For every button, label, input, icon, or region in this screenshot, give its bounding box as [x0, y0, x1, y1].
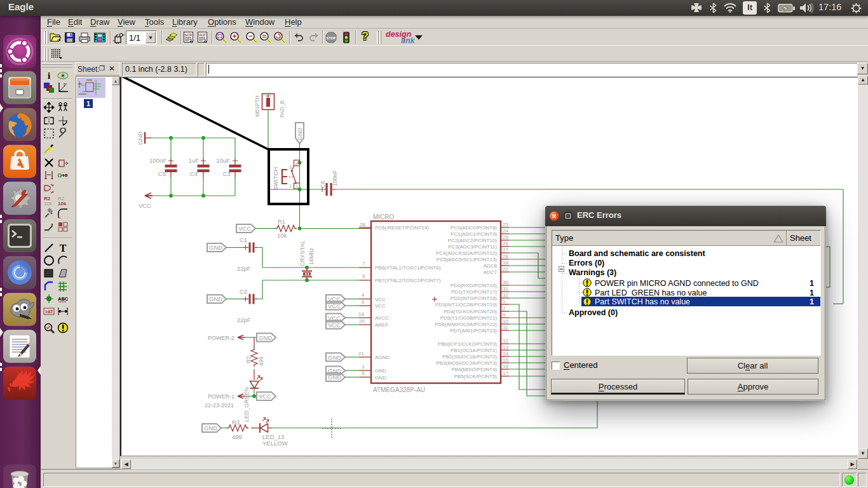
- svg-text:>AT: >AT: [45, 309, 54, 314]
- svg-text:2: 2: [503, 306, 506, 311]
- svg-text:26: 26: [503, 241, 508, 247]
- svg-text:C4: C4: [190, 170, 198, 177]
- svg-text:VCC: VCC: [375, 303, 386, 309]
- svg-text:PC1(ADC1/PCINT9): PC1(ADC1/PCINT9): [451, 231, 497, 237]
- svg-text:PB5(SCK/PCINT5): PB5(SCK/PCINT5): [454, 374, 497, 379]
- svg-text:11: 11: [503, 325, 508, 330]
- svg-text:18: 18: [503, 260, 508, 266]
- svg-text:9: 9: [503, 312, 506, 318]
- svg-text:1: 1: [289, 184, 292, 188]
- svg-text:ABC: ABC: [58, 296, 69, 302]
- svg-text:10k: 10k: [44, 201, 53, 207]
- svg-text:22pF: 22pF: [237, 316, 251, 323]
- svg-text:7: 7: [362, 261, 365, 266]
- svg-text:C2: C2: [240, 288, 247, 295]
- svg-text:27: 27: [503, 247, 508, 253]
- svg-text:CRYSTAL: CRYSTAL: [299, 240, 306, 266]
- svg-text:1uF: 1uF: [189, 157, 200, 164]
- svg-text:PD2(INT0/PCINT18): PD2(INT0/PCINT18): [451, 295, 498, 301]
- svg-text:VCC: VCC: [259, 393, 271, 400]
- svg-text:PD4(T0/XCK/PCINT20): PD4(T0/XCK/PCINT20): [444, 309, 497, 315]
- svg-text:PC3(ADC3/PCINT11): PC3(ADC3/PCINT11): [448, 244, 497, 250]
- svg-text:VCC: VCC: [328, 322, 341, 329]
- svg-text:100nF: 100nF: [149, 157, 166, 164]
- svg-text:4: 4: [362, 292, 365, 298]
- svg-text:GND: GND: [328, 354, 341, 361]
- svg-text:VCC: VCC: [238, 225, 251, 232]
- svg-text:22: 22: [503, 266, 508, 272]
- svg-text:GND: GND: [209, 244, 222, 251]
- svg-text:18: 18: [358, 311, 364, 317]
- svg-text:17: 17: [503, 370, 508, 376]
- svg-text:C5: C5: [158, 170, 166, 177]
- svg-text:499: 499: [232, 433, 242, 440]
- svg-text:PB3(MOSI/OC2A/PCINT3): PB3(MOSI/OC2A/PCINT3): [436, 360, 497, 366]
- svg-text:ULP: ULP: [199, 33, 206, 37]
- svg-text:22-23-2021: 22-23-2021: [205, 402, 234, 409]
- svg-text:10: 10: [503, 318, 508, 324]
- svg-text:PB7(XTAL2/TOSC2/PCINT7): PB7(XTAL2/TOSC2/PCINT7): [375, 278, 441, 283]
- svg-text:22pF: 22pF: [237, 265, 251, 272]
- svg-text:PAD_B: PAD_B: [279, 100, 285, 118]
- svg-text:25: 25: [503, 234, 508, 240]
- svg-text:PB6(XTAL1/TOSC1/PCINT6): PB6(XTAL1/TOSC1/PCINT6): [375, 265, 441, 271]
- svg-text:499: 499: [258, 356, 264, 366]
- svg-text:2: 2: [295, 185, 298, 189]
- svg-text:AREF: AREF: [375, 322, 388, 328]
- svg-text:T: T: [60, 243, 67, 254]
- svg-text:GND: GND: [259, 334, 272, 341]
- svg-text:SWITCH: SWITCH: [272, 166, 279, 191]
- svg-text:GND: GND: [137, 132, 144, 145]
- svg-text:R1: R1: [278, 218, 285, 225]
- svg-text:GND: GND: [328, 374, 341, 381]
- svg-text:10uF: 10uF: [216, 157, 230, 164]
- svg-text:GND: GND: [375, 368, 386, 374]
- svg-text:32: 32: [503, 292, 508, 298]
- svg-text:GND: GND: [204, 424, 217, 431]
- svg-text:14: 14: [503, 351, 508, 356]
- svg-text:AGND: AGND: [375, 355, 390, 360]
- svg-text:R2: R2: [245, 356, 252, 363]
- svg-text:100nF: 100nF: [332, 170, 338, 186]
- svg-text:PC6(/RESET/PCINT14): PC6(/RESET/PCINT14): [375, 225, 429, 231]
- svg-text:VCC: VCC: [139, 202, 151, 209]
- svg-text:PC4(ADC4/SDA/PCINT12): PC4(ADC4/SDA/PCINT12): [436, 250, 497, 256]
- svg-text:VCC: VCC: [328, 302, 341, 309]
- svg-text:1: 1: [503, 299, 506, 304]
- svg-text:PB0(ICP1/CLKO/PCINT0): PB0(ICP1/CLKO/PCINT0): [438, 341, 497, 347]
- svg-text:YELLOW: YELLOW: [262, 440, 288, 447]
- svg-text:M01PTH: M01PTH: [254, 95, 261, 117]
- svg-text:POWER-1: POWER-1: [208, 393, 234, 400]
- svg-text:PD3(INT1/OC2B/PCINT19): PD3(INT1/OC2B/PCINT19): [435, 302, 498, 308]
- svg-text:24: 24: [503, 228, 508, 234]
- svg-text:10k: 10k: [277, 232, 287, 239]
- svg-text:12: 12: [503, 338, 508, 344]
- svg-text:VCC: VCC: [375, 297, 386, 302]
- svg-text:4: 4: [295, 162, 298, 166]
- svg-text:PD0(RXD/PCINT16): PD0(RXD/PCINT16): [451, 283, 497, 288]
- svg-text:10k: 10k: [58, 201, 67, 207]
- svg-text:ADC7: ADC7: [484, 269, 498, 275]
- svg-text:PD1(TXD/PCINT17): PD1(TXD/PCINT17): [451, 289, 497, 295]
- svg-text:C3: C3: [223, 170, 231, 177]
- svg-text:MICRO: MICRO: [373, 214, 395, 220]
- svg-text:3: 3: [289, 165, 292, 170]
- svg-text:5: 5: [362, 370, 365, 376]
- svg-text:23: 23: [503, 222, 508, 227]
- svg-text:C6: C6: [320, 180, 326, 188]
- svg-text:PB4(MISO/PCINT4): PB4(MISO/PCINT4): [451, 367, 497, 372]
- svg-text:SCR: SCR: [185, 33, 193, 37]
- svg-text:28: 28: [360, 222, 365, 227]
- svg-text:AVCC: AVCC: [375, 315, 389, 321]
- svg-text:ATMEGA328P-AU: ATMEGA328P-AU: [373, 386, 425, 393]
- svg-text:28: 28: [503, 254, 508, 259]
- svg-text:PC2(ADC2/PCINT10): PC2(ADC2/PCINT10): [448, 238, 498, 243]
- svg-text:PC5(ADC5/SCL/PCINT13): PC5(ADC5/SCL/PCINT13): [437, 257, 497, 262]
- svg-text:GND: GND: [375, 375, 386, 381]
- svg-text:PD5(T1/OC0B/PCINT21): PD5(T1/OC0B/PCINT21): [440, 315, 498, 321]
- svg-text:8: 8: [362, 273, 365, 279]
- svg-text:POWER-2: POWER-2: [208, 335, 234, 341]
- svg-text:PC0(ADC0/PCINT8): PC0(ADC0/PCINT8): [451, 225, 497, 231]
- svg-text:21: 21: [358, 351, 364, 356]
- svg-text:20: 20: [359, 318, 365, 324]
